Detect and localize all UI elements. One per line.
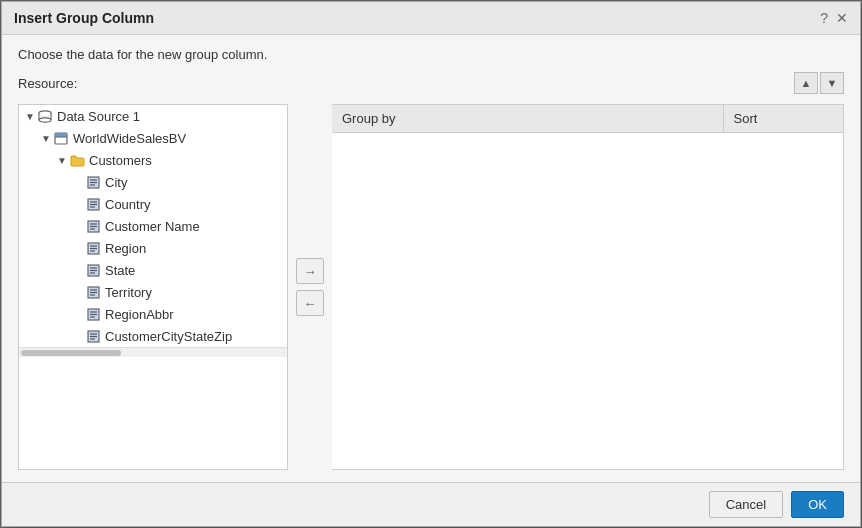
group-by-header: Group by xyxy=(332,105,723,133)
tree-node-database[interactable]: ▼ WorldWideSalesBV xyxy=(19,127,287,149)
tree-node-field-territory[interactable]: Territory xyxy=(19,281,287,303)
field-icon-territory xyxy=(85,284,101,300)
field-label-regionabbr: RegionAbbr xyxy=(105,307,174,322)
cancel-button[interactable]: Cancel xyxy=(709,491,783,518)
database-label: WorldWideSalesBV xyxy=(73,131,186,146)
transfer-buttons: → ← xyxy=(288,104,332,470)
folder-icon xyxy=(69,152,85,168)
group-by-panel: Group by Sort xyxy=(332,104,844,470)
dialog-footer: Cancel OK xyxy=(2,482,860,526)
close-icon[interactable]: ✕ xyxy=(836,10,848,26)
field-label-customercitystatzip: CustomerCityStateZip xyxy=(105,329,232,344)
resource-row: Resource: ▲ ▼ xyxy=(18,72,844,94)
field-label-customername: Customer Name xyxy=(105,219,200,234)
field-icon-customername xyxy=(85,218,101,234)
field-icon-city xyxy=(85,174,101,190)
field-label-state: State xyxy=(105,263,135,278)
insert-group-column-dialog: Insert Group Column ? ✕ Choose the data … xyxy=(1,1,861,527)
field-icon-country xyxy=(85,196,101,212)
dialog-body: Choose the data for the new group column… xyxy=(2,35,860,482)
up-down-buttons: ▲ ▼ xyxy=(794,72,844,94)
field-icon-region xyxy=(85,240,101,256)
tree-node-datasource[interactable]: ▼ Data Source 1 xyxy=(19,105,287,127)
move-up-button[interactable]: ▲ xyxy=(794,72,818,94)
tree-node-field-regionabbr[interactable]: RegionAbbr xyxy=(19,303,287,325)
group-by-table: Group by Sort xyxy=(332,105,843,133)
tree-node-field-state[interactable]: State xyxy=(19,259,287,281)
resource-label: Resource: xyxy=(18,76,77,91)
header-actions: ? ✕ xyxy=(820,10,848,26)
database-icon xyxy=(53,130,69,146)
expand-icon-datasource[interactable]: ▼ xyxy=(23,109,37,123)
help-icon[interactable]: ? xyxy=(820,10,828,26)
dialog-title: Insert Group Column xyxy=(14,10,154,26)
tree-node-field-city[interactable]: City xyxy=(19,171,287,193)
field-label-city: City xyxy=(105,175,127,190)
svg-point-4 xyxy=(39,117,51,121)
move-down-button[interactable]: ▼ xyxy=(820,72,844,94)
tree-scrollbar-horizontal xyxy=(19,347,287,357)
description-text: Choose the data for the new group column… xyxy=(18,47,844,62)
scrollbar-thumb xyxy=(21,350,121,356)
datasource-label: Data Source 1 xyxy=(57,109,140,124)
customers-label: Customers xyxy=(89,153,152,168)
svg-rect-7 xyxy=(55,133,67,137)
tree-node-field-customercitystatzip[interactable]: CustomerCityStateZip xyxy=(19,325,287,347)
tree-node-customers[interactable]: ▼ Customers xyxy=(19,149,287,171)
field-label-territory: Territory xyxy=(105,285,152,300)
field-label-country: Country xyxy=(105,197,151,212)
ok-button[interactable]: OK xyxy=(791,491,844,518)
sort-header: Sort xyxy=(723,105,843,133)
dialog-header: Insert Group Column ? ✕ xyxy=(2,2,860,35)
field-label-region: Region xyxy=(105,241,146,256)
expand-icon-database[interactable]: ▼ xyxy=(39,131,53,145)
main-content: ▼ Data Source 1 xyxy=(18,104,844,470)
field-icon-regionabbr xyxy=(85,306,101,322)
tree-node-field-customername[interactable]: Customer Name xyxy=(19,215,287,237)
no-expand-city xyxy=(71,175,85,189)
expand-icon-customers[interactable]: ▼ xyxy=(55,153,69,167)
remove-from-group-button[interactable]: ← xyxy=(296,290,324,316)
datasource-icon xyxy=(37,108,53,124)
tree-node-field-region[interactable]: Region xyxy=(19,237,287,259)
tree-node-field-country[interactable]: Country xyxy=(19,193,287,215)
field-icon-customercitystatzip xyxy=(85,328,101,344)
add-to-group-button[interactable]: → xyxy=(296,258,324,284)
tree-panel[interactable]: ▼ Data Source 1 xyxy=(18,104,288,470)
field-icon-state xyxy=(85,262,101,278)
